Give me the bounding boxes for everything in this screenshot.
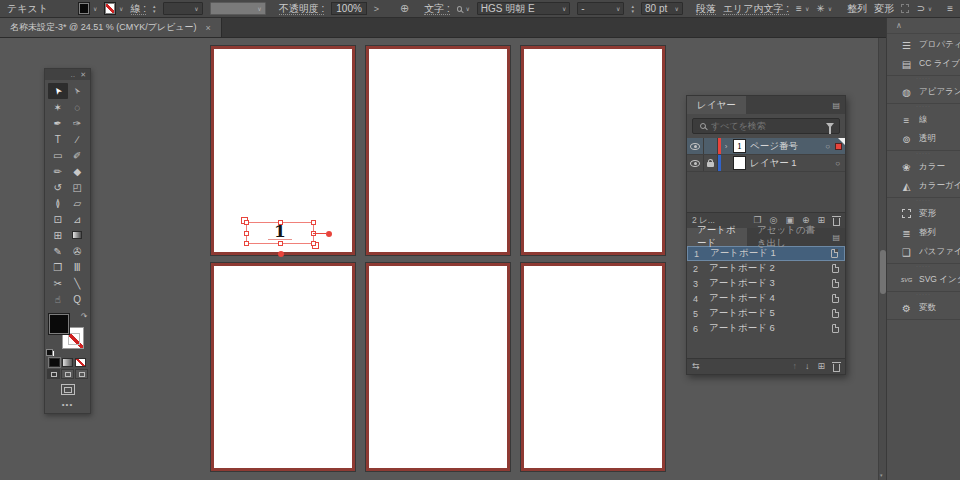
- stroke-color-swatch[interactable]: [104, 2, 116, 15]
- artboard-name[interactable]: アートボード 3: [709, 277, 825, 290]
- dock-item-color[interactable]: ❀ カラー: [887, 159, 960, 175]
- hand-tool[interactable]: ☝: [48, 291, 68, 307]
- tab-asset-export[interactable]: アセットの書き出し: [747, 228, 827, 246]
- lasso-tool[interactable]: ◌: [68, 99, 88, 115]
- selection-handle[interactable]: [278, 241, 283, 246]
- area-type-label[interactable]: エリア内文字 :: [723, 3, 789, 15]
- gradient-button[interactable]: [62, 358, 73, 367]
- fill-color-swatch[interactable]: [78, 2, 90, 15]
- default-fill-stroke-icon[interactable]: [46, 349, 55, 357]
- align-label[interactable]: 整列: [847, 2, 867, 16]
- layer-row-page-number[interactable]: › 1 ページ番号 ○: [687, 138, 845, 155]
- artboard-name[interactable]: アートボード 6: [709, 322, 825, 335]
- draw-behind-button[interactable]: [61, 369, 74, 379]
- font-search-icon[interactable]: [457, 6, 463, 12]
- opacity-more-chevron[interactable]: >: [374, 4, 379, 14]
- layer-thumbnail[interactable]: 1: [733, 139, 746, 153]
- selection-handle[interactable]: [244, 241, 249, 246]
- graph-tool[interactable]: Ⅲ: [68, 259, 88, 275]
- visibility-cell[interactable]: [687, 155, 704, 171]
- expand-layer-icon[interactable]: ›: [721, 142, 731, 151]
- artboard-row-2[interactable]: 2 アートボード 2: [687, 261, 845, 276]
- symbol-sprayer-tool[interactable]: ✇: [68, 243, 88, 259]
- eyedropper-tool[interactable]: ✎: [48, 243, 68, 259]
- globe-icon[interactable]: ⊕: [400, 3, 409, 14]
- font-style-select[interactable]: -∨: [577, 2, 624, 15]
- tab-artboards[interactable]: アートボード: [687, 228, 747, 246]
- artboard-name[interactable]: アートボード 2: [709, 262, 825, 275]
- delete-artboard-icon[interactable]: [833, 364, 840, 372]
- dock-item-variables[interactable]: ⚙ 変数: [887, 300, 960, 316]
- width-profile-select[interactable]: ∨: [210, 2, 266, 15]
- close-tab-icon[interactable]: ×: [206, 23, 211, 33]
- curvature-tool[interactable]: ✑: [68, 115, 88, 131]
- line-segment-tool[interactable]: ∕: [68, 131, 88, 147]
- artboard-name[interactable]: アートボード 4: [709, 292, 825, 305]
- knife-tool[interactable]: ╲: [68, 275, 88, 291]
- swap-fill-stroke-icon[interactable]: ↷: [81, 313, 88, 321]
- artboard-row-1[interactable]: 1 アートボード 1: [687, 246, 845, 261]
- type-tool[interactable]: T: [48, 131, 68, 147]
- target-circle-icon[interactable]: ○: [835, 159, 840, 168]
- expand-panels-icon[interactable]: ∧: [896, 21, 902, 30]
- delete-layer-icon[interactable]: [833, 218, 840, 226]
- screen-mode-button[interactable]: [61, 384, 75, 395]
- font-size-stepper[interactable]: ▴▾: [631, 4, 634, 13]
- new-artboard-icon[interactable]: ⊞: [817, 362, 825, 371]
- stroke-label[interactable]: 線 :: [131, 3, 147, 15]
- paragraph-align-icon[interactable]: ≡: [796, 3, 802, 14]
- artboard-row-4[interactable]: 4 アートボード 4: [687, 291, 845, 306]
- transform-label[interactable]: 変形: [874, 2, 894, 16]
- layer-name[interactable]: レイヤー 1: [750, 157, 835, 170]
- anchor-point-dot[interactable]: [278, 251, 284, 257]
- edit-toolbar-icon[interactable]: •••: [45, 397, 90, 413]
- page-icon[interactable]: [832, 309, 839, 318]
- page-icon[interactable]: [832, 264, 839, 273]
- mesh-tool[interactable]: ⊞: [48, 227, 68, 243]
- panel-menu-icon[interactable]: ▤: [827, 96, 845, 114]
- control-bar-menu-icon[interactable]: ≡: [947, 3, 953, 14]
- dock-item-transparency[interactable]: ⊚ 透明: [887, 131, 960, 147]
- scale-tool[interactable]: ◰: [68, 179, 88, 195]
- rearrange-artboards-icon[interactable]: ⇆: [692, 362, 700, 371]
- new-layer-icon[interactable]: ⊞: [817, 216, 825, 225]
- dock-item-pathfinder[interactable]: ❑ パスファイン...: [887, 244, 960, 260]
- selected-text-object[interactable]: 1: [246, 222, 314, 244]
- page-icon[interactable]: [832, 324, 839, 333]
- artboard-row-6[interactable]: 6 アートボード 6: [687, 321, 845, 336]
- fill-swatch[interactable]: [48, 313, 70, 335]
- page-icon[interactable]: [831, 249, 838, 258]
- paintbrush-tool[interactable]: ✐: [68, 147, 88, 163]
- selection-tool[interactable]: ➤: [48, 83, 68, 99]
- none-button[interactable]: [75, 358, 86, 367]
- panel-menu-icon[interactable]: ▤: [827, 228, 845, 246]
- artboard-row-3[interactable]: 3 アートボード 3: [687, 276, 845, 291]
- artboard-name[interactable]: アートボード 5: [709, 307, 825, 320]
- rotate-tool[interactable]: ↺: [48, 179, 68, 195]
- page-icon[interactable]: [832, 279, 839, 288]
- slice-tool[interactable]: ✂: [48, 275, 68, 291]
- layer-thumbnail[interactable]: [733, 156, 746, 170]
- zoom-tool[interactable]: Q: [68, 291, 88, 307]
- magic-wand-tool[interactable]: ✶: [48, 99, 68, 115]
- gradient-tool[interactable]: [68, 227, 88, 243]
- visibility-cell[interactable]: [687, 138, 704, 154]
- font-family-select[interactable]: HGS 明朝 E∨: [477, 2, 570, 15]
- opacity-label[interactable]: 不透明度 :: [279, 3, 325, 15]
- stroke-chevron-down-icon[interactable]: ∨: [119, 5, 123, 12]
- fill-chevron-down-icon[interactable]: ∨: [93, 5, 97, 12]
- dock-item-appearance[interactable]: ◍ アピアランス: [887, 84, 960, 100]
- dock-item-color-guide[interactable]: ◭ カラーガイド: [887, 178, 960, 194]
- layer-name[interactable]: ページ番号: [750, 140, 825, 153]
- arrange-icon[interactable]: ⊃: [916, 3, 924, 14]
- scroll-down-icon[interactable]: ▾: [880, 472, 883, 478]
- color-button[interactable]: [49, 358, 60, 367]
- filter-funnel-icon[interactable]: [826, 123, 834, 128]
- paragraph-label[interactable]: 段落: [696, 3, 716, 15]
- artboard-tool[interactable]: ❐: [48, 259, 68, 275]
- collapse-dots-icon[interactable]: ‥: [70, 71, 75, 78]
- move-up-icon[interactable]: ↑: [792, 362, 797, 371]
- selection-handle[interactable]: [278, 220, 283, 225]
- document-tab[interactable]: 名称未設定-3* @ 24.51 % (CMYK/プレビュー) ×: [0, 18, 222, 37]
- selection-handle[interactable]: [311, 241, 316, 246]
